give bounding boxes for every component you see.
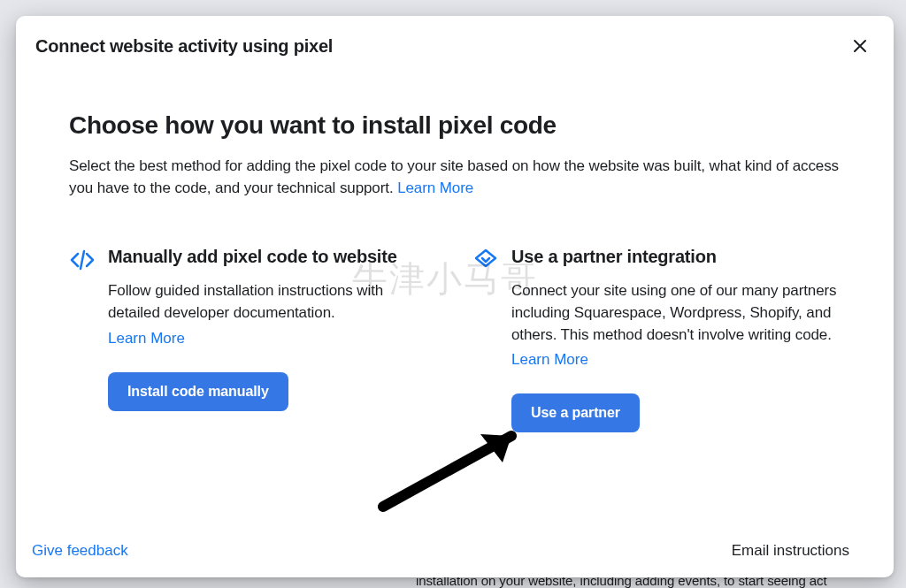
modal-header: Connect website activity using pixel <box>16 16 894 76</box>
option-manual-desc: Follow guided installation instructions … <box>108 280 437 324</box>
learn-more-link[interactable]: Learn More <box>397 179 473 196</box>
option-partner-link[interactable]: Learn More <box>511 351 588 369</box>
section-description: Select the best method for adding the pi… <box>69 156 841 199</box>
close-button[interactable] <box>846 32 874 60</box>
modal-title: Connect website activity using pixel <box>35 36 333 57</box>
option-manual-title: Manually add pixel code to website <box>108 245 437 268</box>
background-tabs <box>0 0 906 9</box>
option-partner-desc: Connect your site using one of our many … <box>511 280 841 346</box>
close-icon <box>851 37 869 55</box>
handshake-icon <box>472 247 499 273</box>
option-manual-body: Manually add pixel code to website Follo… <box>108 245 437 432</box>
install-manually-button[interactable]: Install code manually <box>108 372 288 411</box>
option-partner-title: Use a partner integration <box>511 245 841 268</box>
option-manual: Manually add pixel code to website Follo… <box>69 245 437 432</box>
modal-footer: Give feedback Email instructions <box>16 526 894 577</box>
option-partner: Use a partner integration Connect your s… <box>472 245 841 432</box>
use-partner-button[interactable]: Use a partner <box>511 393 640 432</box>
email-instructions-link[interactable]: Email instructions <box>732 542 849 560</box>
option-manual-link[interactable]: Learn More <box>108 330 185 347</box>
give-feedback-link[interactable]: Give feedback <box>32 542 128 560</box>
option-partner-body: Use a partner integration Connect your s… <box>511 245 841 432</box>
install-options: Manually add pixel code to website Follo… <box>69 245 841 432</box>
code-icon <box>69 247 96 273</box>
modal-content: Choose how you want to install pixel cod… <box>16 76 894 526</box>
section-title: Choose how you want to install pixel cod… <box>69 111 841 140</box>
install-pixel-modal: Connect website activity using pixel Cho… <box>16 16 894 577</box>
